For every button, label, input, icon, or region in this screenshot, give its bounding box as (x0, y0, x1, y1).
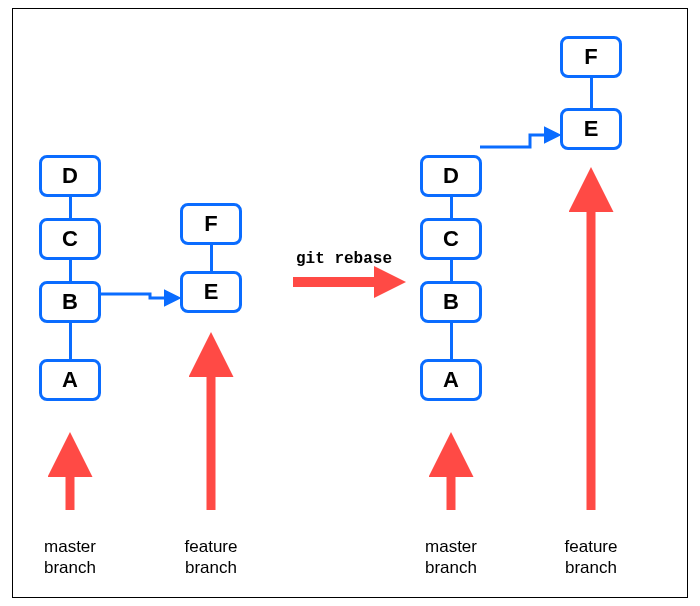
commit-box: A (420, 359, 482, 401)
commit-connector (450, 323, 453, 359)
operation-label: git rebase (296, 250, 392, 268)
commit-connector (69, 197, 72, 218)
commit-box: C (420, 218, 482, 260)
commit-box: F (180, 203, 242, 245)
commit-box: B (420, 281, 482, 323)
label-master-left: masterbranch (25, 536, 115, 579)
commit-connector (590, 78, 593, 108)
label-feature-right: featurebranch (546, 536, 636, 579)
label-master-right: masterbranch (406, 536, 496, 579)
outer-frame (12, 8, 688, 598)
label-feature-left: featurebranch (166, 536, 256, 579)
commit-box: F (560, 36, 622, 78)
commit-connector (450, 197, 453, 218)
commit-connector (69, 323, 72, 359)
commit-box: D (420, 155, 482, 197)
commit-connector (210, 245, 213, 271)
commit-box: C (39, 218, 101, 260)
commit-box: D (39, 155, 101, 197)
commit-connector (450, 260, 453, 281)
commit-box: E (180, 271, 242, 313)
commit-box: A (39, 359, 101, 401)
commit-box: B (39, 281, 101, 323)
commit-connector (69, 260, 72, 281)
diagram-canvas: D C B A F E D C B A F E git rebase maste… (0, 0, 700, 606)
commit-box: E (560, 108, 622, 150)
